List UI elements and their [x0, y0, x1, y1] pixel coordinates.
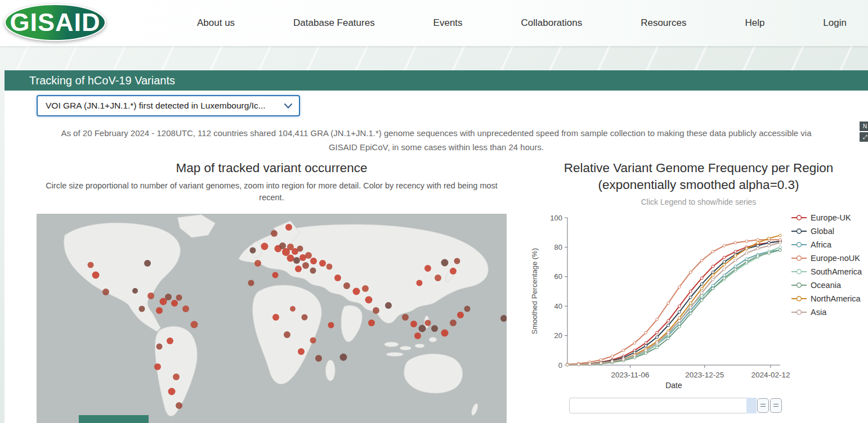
variant-occurrence-dot[interactable] — [328, 322, 334, 328]
variant-occurrence-dot[interactable] — [362, 285, 369, 292]
legend-label: Europe-UK — [811, 213, 851, 222]
datazoom-handle-left[interactable] — [757, 398, 769, 413]
variant-occurrence-dot[interactable] — [261, 243, 268, 250]
datazoom-handle-right[interactable] — [770, 398, 782, 413]
datazoom-selection[interactable] — [746, 398, 757, 413]
variant-occurrence-dot[interactable] — [102, 289, 109, 295]
map-expand-control[interactable]: ⤢ — [860, 132, 868, 142]
variant-occurrence-dot[interactable] — [414, 332, 421, 339]
variant-occurrence-dot[interactable] — [250, 247, 256, 253]
variant-occurrence-dot[interactable] — [254, 260, 261, 267]
main-nav: About us Database Features Events Collab… — [197, 0, 847, 46]
variant-occurrence-dot[interactable] — [144, 260, 151, 267]
frequency-chart-svg[interactable]: 0204060801002023-11-062023-12-252024-02-… — [538, 211, 794, 380]
nav-resources[interactable]: Resources — [641, 17, 686, 29]
legend-item-NorthAmerica[interactable]: NorthAmerica — [791, 294, 862, 303]
variant-occurrence-dot[interactable] — [457, 312, 464, 318]
variant-occurrence-dot[interactable] — [176, 402, 182, 409]
variant-occurrence-dot[interactable] — [319, 260, 326, 267]
variant-occurrence-dot[interactable] — [402, 314, 409, 321]
variant-occurrence-dot[interactable] — [272, 272, 279, 278]
variant-occurrence-dot[interactable] — [173, 374, 180, 380]
variant-occurrence-dot[interactable] — [154, 363, 161, 370]
variant-occurrence-dot[interactable] — [310, 337, 316, 343]
variant-occurrence-dot[interactable] — [464, 305, 470, 312]
variant-occurrence-dot[interactable] — [435, 274, 441, 281]
variant-occurrence-dot[interactable] — [147, 292, 154, 299]
variant-occurrence-dot[interactable] — [156, 344, 162, 350]
map-north-control[interactable]: N — [860, 122, 868, 131]
variant-occurrence-dot[interactable] — [310, 258, 317, 264]
variant-occurrence-dot[interactable] — [182, 305, 189, 312]
nav-collaborations[interactable]: Collaborations — [521, 17, 583, 29]
variant-occurrence-dot[interactable] — [165, 294, 172, 300]
variant-occurrence-dot[interactable] — [168, 388, 175, 395]
variant-occurrence-dot[interactable] — [285, 224, 292, 231]
gisaid-logo[interactable]: GISAID — [5, 4, 106, 41]
nav-login[interactable]: Login — [823, 17, 847, 29]
legend-item-Europe-UK[interactable]: Europe-UK — [791, 213, 862, 222]
variant-occurrence-dot[interactable] — [365, 296, 373, 304]
variant-occurrence-dot[interactable] — [410, 321, 417, 327]
variant-occurrence-dot[interactable] — [176, 294, 182, 300]
variant-occurrence-dot[interactable] — [139, 305, 145, 312]
legend-item-Africa[interactable]: Africa — [791, 240, 862, 249]
variant-occurrence-dot[interactable] — [248, 280, 254, 286]
variant-occurrence-dot[interactable] — [301, 314, 307, 320]
nav-events[interactable]: Events — [433, 17, 463, 29]
variant-occurrence-dot[interactable] — [272, 314, 279, 321]
world-map[interactable] — [37, 214, 507, 423]
variant-occurrence-dot[interactable] — [441, 330, 448, 337]
variant-occurrence-dot[interactable] — [416, 280, 422, 286]
variant-occurrence-dot[interactable] — [500, 315, 507, 322]
nav-database-features[interactable]: Database Features — [293, 17, 375, 29]
chevron-down-icon — [284, 104, 292, 109]
svg-text:40: 40 — [554, 302, 562, 310]
legend-item-Europe-noUK[interactable]: Europe-noUK — [791, 254, 862, 263]
variant-occurrence-dot[interactable] — [343, 282, 350, 289]
variant-occurrence-dot[interactable] — [305, 252, 312, 259]
variant-occurrence-dot[interactable] — [385, 302, 392, 309]
legend-label: Africa — [811, 240, 831, 249]
variant-occurrence-dot[interactable] — [88, 262, 94, 268]
variant-occurrence-dot[interactable] — [302, 262, 309, 269]
variant-occurrence-dot[interactable] — [156, 307, 163, 314]
variant-occurrence-dot[interactable] — [290, 306, 296, 312]
variant-occurrence-dot[interactable] — [297, 246, 303, 252]
variant-occurrence-dot[interactable] — [424, 265, 431, 272]
nav-help[interactable]: Help — [745, 17, 764, 29]
legend-item-Asia[interactable]: Asia — [791, 308, 862, 317]
variant-occurrence-dot[interactable] — [271, 230, 278, 237]
variant-occurrence-dot[interactable] — [310, 268, 316, 274]
legend-item-Oceania[interactable]: Oceania — [791, 281, 862, 290]
variant-occurrence-dot[interactable] — [326, 263, 333, 269]
variant-occurrence-dot[interactable] — [450, 268, 457, 274]
variant-occurrence-dot[interactable] — [298, 348, 305, 355]
variant-occurrence-dot[interactable] — [284, 331, 290, 338]
variant-occurrence-dot[interactable] — [340, 354, 347, 361]
variant-occurrence-dot[interactable] — [92, 272, 100, 279]
variant-occurrence-dot[interactable] — [424, 320, 431, 326]
variant-occurrence-dot[interactable] — [167, 338, 173, 344]
variant-occurrence-dot[interactable] — [431, 325, 438, 332]
legend-label: Europe-noUK — [811, 254, 860, 263]
variant-occurrence-dot[interactable] — [418, 325, 426, 332]
variant-occurrence-dot[interactable] — [315, 355, 322, 362]
variant-occurrence-dot[interactable] — [373, 307, 379, 314]
datazoom-slider[interactable] — [569, 398, 755, 413]
variant-occurrence-dot[interactable] — [190, 321, 198, 328]
svg-text:100: 100 — [550, 213, 562, 222]
variant-occurrence-dot[interactable] — [352, 287, 360, 295]
variant-occurrence-dot[interactable] — [171, 300, 178, 307]
legend-item-Global[interactable]: Global — [791, 227, 862, 236]
variant-occurrence-dot[interactable] — [441, 259, 448, 266]
variant-occurrence-dot[interactable] — [295, 266, 302, 272]
variant-occurrence-dot[interactable] — [334, 274, 341, 281]
variant-occurrence-dot[interactable] — [450, 320, 457, 326]
variant-occurrence-dot[interactable] — [454, 258, 460, 264]
variant-select[interactable]: VOI GRA (JN.1+JN.1.*) first detected in … — [37, 95, 300, 116]
variant-occurrence-dot[interactable] — [368, 320, 375, 326]
variant-occurrence-dot[interactable] — [132, 288, 138, 294]
nav-about-us[interactable]: About us — [197, 17, 235, 29]
legend-item-SouthAmerica[interactable]: SouthAmerica — [791, 267, 862, 276]
